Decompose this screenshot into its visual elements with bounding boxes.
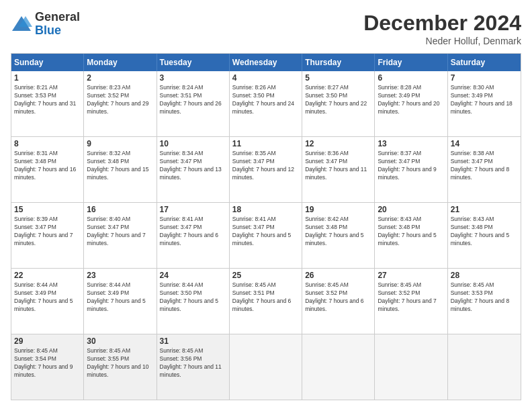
logo: General Blue [11,11,80,38]
day-number: 29 [14,336,81,346]
header-day-saturday: Saturday [448,54,521,71]
cell-info: Sunrise: 8:45 AMSunset: 3:55 PMDaylight:… [87,347,153,379]
cell-info: Sunrise: 8:44 AMSunset: 3:49 PMDaylight:… [14,281,81,314]
day-number: 30 [87,336,153,346]
day-number: 16 [87,205,153,214]
header-day-friday: Friday [375,54,447,71]
cell-info: Sunrise: 8:37 AMSunset: 3:47 PMDaylight:… [378,150,444,182]
day-number: 15 [14,205,81,214]
calendar-cell: 8Sunrise: 8:31 AMSunset: 3:48 PMDaylight… [11,137,84,202]
calendar-header: SundayMondayTuesdayWednesdayThursdayFrid… [11,54,521,71]
day-number: 25 [232,271,299,280]
logo-icon [11,15,32,34]
day-number: 27 [378,271,444,280]
calendar-cell: 2Sunrise: 8:23 AMSunset: 3:52 PMDaylight… [84,71,157,136]
logo-general-text: General [35,11,80,24]
day-number: 14 [451,139,518,148]
calendar-cell: 15Sunrise: 8:39 AMSunset: 3:47 PMDayligh… [11,203,84,268]
cell-info: Sunrise: 8:45 AMSunset: 3:54 PMDaylight:… [14,347,81,379]
day-number: 28 [451,271,518,280]
calendar-cell: 13Sunrise: 8:37 AMSunset: 3:47 PMDayligh… [375,137,447,202]
title-section: December 2024 Neder Holluf, Denmark [363,11,521,46]
calendar-cell: 29Sunrise: 8:45 AMSunset: 3:54 PMDayligh… [11,334,84,400]
day-number: 31 [160,336,226,346]
cell-info: Sunrise: 8:45 AMSunset: 3:52 PMDaylight:… [305,281,371,314]
cell-info: Sunrise: 8:45 AMSunset: 3:56 PMDaylight:… [160,347,226,379]
day-number: 1 [14,73,81,83]
calendar-cell: 6Sunrise: 8:28 AMSunset: 3:49 PMDaylight… [375,71,447,136]
day-number: 5 [305,73,371,83]
header-day-thursday: Thursday [302,54,375,71]
calendar-body: 1Sunrise: 8:21 AMSunset: 3:53 PMDaylight… [11,71,521,400]
cell-info: Sunrise: 8:21 AMSunset: 3:53 PMDaylight:… [14,84,81,116]
calendar-cell: 20Sunrise: 8:43 AMSunset: 3:48 PMDayligh… [375,203,447,268]
day-number: 26 [305,271,371,280]
cell-info: Sunrise: 8:35 AMSunset: 3:47 PMDaylight:… [232,150,299,182]
day-number: 2 [87,73,153,83]
cell-info: Sunrise: 8:38 AMSunset: 3:47 PMDaylight:… [451,150,518,182]
cell-info: Sunrise: 8:30 AMSunset: 3:49 PMDaylight:… [451,84,518,116]
calendar-row-4: 29Sunrise: 8:45 AMSunset: 3:54 PMDayligh… [11,334,521,400]
calendar-cell: 30Sunrise: 8:45 AMSunset: 3:55 PMDayligh… [84,334,157,400]
day-number: 13 [378,139,444,148]
calendar-cell: 27Sunrise: 8:45 AMSunset: 3:52 PMDayligh… [375,269,447,334]
day-number: 23 [87,271,153,280]
cell-info: Sunrise: 8:28 AMSunset: 3:49 PMDaylight:… [378,84,444,116]
calendar-cell: 1Sunrise: 8:21 AMSunset: 3:53 PMDaylight… [11,71,84,136]
cell-info: Sunrise: 8:43 AMSunset: 3:48 PMDaylight:… [451,216,518,248]
day-number: 12 [305,139,371,148]
cell-info: Sunrise: 8:44 AMSunset: 3:50 PMDaylight:… [160,281,226,314]
calendar-cell: 4Sunrise: 8:26 AMSunset: 3:50 PMDaylight… [230,71,302,136]
calendar-cell: 25Sunrise: 8:45 AMSunset: 3:51 PMDayligh… [230,269,302,334]
calendar-row-3: 22Sunrise: 8:44 AMSunset: 3:49 PMDayligh… [11,268,521,334]
cell-info: Sunrise: 8:24 AMSunset: 3:51 PMDaylight:… [160,84,226,116]
cell-info: Sunrise: 8:27 AMSunset: 3:50 PMDaylight:… [305,84,371,116]
calendar-cell: 19Sunrise: 8:42 AMSunset: 3:48 PMDayligh… [302,203,375,268]
calendar-cell: 22Sunrise: 8:44 AMSunset: 3:49 PMDayligh… [11,269,84,334]
cell-info: Sunrise: 8:41 AMSunset: 3:47 PMDaylight:… [160,216,226,248]
day-number: 9 [87,139,153,148]
cell-info: Sunrise: 8:42 AMSunset: 3:48 PMDaylight:… [305,216,371,248]
header: General Blue December 2024 Neder Holluf,… [11,11,521,46]
calendar-cell: 12Sunrise: 8:36 AMSunset: 3:47 PMDayligh… [302,137,375,202]
calendar-cell: 24Sunrise: 8:44 AMSunset: 3:50 PMDayligh… [157,269,230,334]
cell-info: Sunrise: 8:26 AMSunset: 3:50 PMDaylight:… [232,84,299,116]
day-number: 11 [232,139,299,148]
cell-info: Sunrise: 8:31 AMSunset: 3:48 PMDaylight:… [14,150,81,182]
day-number: 17 [160,205,226,214]
day-number: 24 [160,271,226,280]
cell-info: Sunrise: 8:41 AMSunset: 3:47 PMDaylight:… [232,216,299,248]
cell-info: Sunrise: 8:43 AMSunset: 3:48 PMDaylight:… [378,216,444,248]
calendar-cell: 26Sunrise: 8:45 AMSunset: 3:52 PMDayligh… [302,269,375,334]
header-day-monday: Monday [84,54,157,71]
day-number: 6 [378,73,444,83]
calendar-cell: 7Sunrise: 8:30 AMSunset: 3:49 PMDaylight… [448,71,521,136]
cell-info: Sunrise: 8:45 AMSunset: 3:53 PMDaylight:… [451,281,518,314]
day-number: 22 [14,271,81,280]
page: General Blue December 2024 Neder Holluf,… [0,0,532,411]
day-number: 4 [232,73,299,83]
calendar-cell: 18Sunrise: 8:41 AMSunset: 3:47 PMDayligh… [230,203,302,268]
cell-info: Sunrise: 8:39 AMSunset: 3:47 PMDaylight:… [14,216,81,248]
calendar: SundayMondayTuesdayWednesdayThursdayFrid… [11,53,521,400]
calendar-cell: 5Sunrise: 8:27 AMSunset: 3:50 PMDaylight… [302,71,375,136]
calendar-cell: 31Sunrise: 8:45 AMSunset: 3:56 PMDayligh… [157,334,230,400]
cell-info: Sunrise: 8:32 AMSunset: 3:48 PMDaylight:… [87,150,153,182]
day-number: 18 [232,205,299,214]
calendar-cell: 21Sunrise: 8:43 AMSunset: 3:48 PMDayligh… [448,203,521,268]
day-number: 8 [14,139,81,148]
logo-blue-text: Blue [35,24,80,38]
cell-info: Sunrise: 8:44 AMSunset: 3:49 PMDaylight:… [87,281,153,314]
calendar-cell: 17Sunrise: 8:41 AMSunset: 3:47 PMDayligh… [157,203,230,268]
calendar-cell: 16Sunrise: 8:40 AMSunset: 3:47 PMDayligh… [84,203,157,268]
cell-info: Sunrise: 8:34 AMSunset: 3:47 PMDaylight:… [160,150,226,182]
cell-info: Sunrise: 8:36 AMSunset: 3:47 PMDaylight:… [305,150,371,182]
calendar-cell [230,334,302,400]
calendar-cell: 9Sunrise: 8:32 AMSunset: 3:48 PMDaylight… [84,137,157,202]
calendar-cell [302,334,375,400]
calendar-cell [375,334,447,400]
calendar-cell: 3Sunrise: 8:24 AMSunset: 3:51 PMDaylight… [157,71,230,136]
day-number: 10 [160,139,226,148]
day-number: 20 [378,205,444,214]
cell-info: Sunrise: 8:40 AMSunset: 3:47 PMDaylight:… [87,216,153,248]
